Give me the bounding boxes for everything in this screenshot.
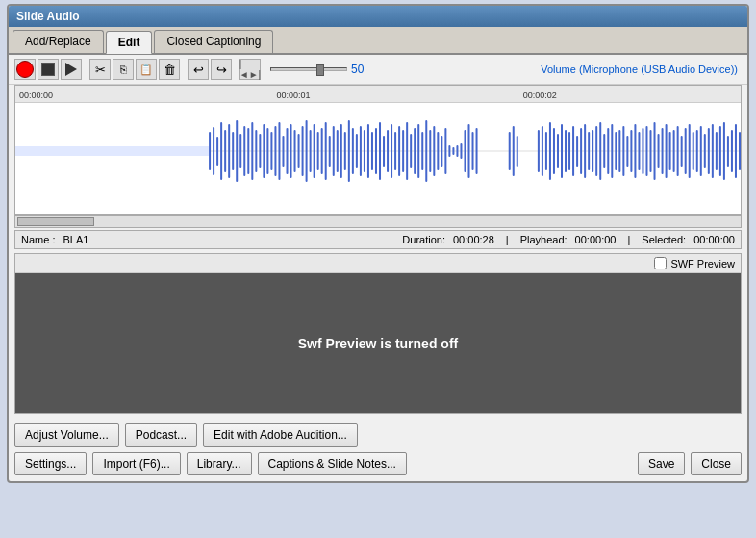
svg-rect-64 [448, 145, 450, 157]
tab-bar: Add/Replace Edit Closed Captioning [9, 27, 747, 55]
svg-rect-66 [456, 145, 458, 157]
delete-button[interactable]: 🗑 [159, 59, 180, 80]
svg-rect-62 [441, 136, 442, 167]
svg-rect-125 [731, 130, 733, 172]
svg-rect-91 [599, 122, 601, 180]
svg-rect-120 [712, 124, 714, 178]
horizontal-scrollbar[interactable] [14, 215, 742, 228]
settings-button[interactable]: Settings... [14, 452, 87, 475]
timeline-ruler: 00:00:00 00:00:01 00:00:02 [15, 86, 741, 103]
svg-rect-31 [321, 128, 323, 174]
svg-rect-25 [298, 134, 300, 168]
svg-rect-43 [367, 124, 369, 178]
svg-rect-35 [337, 130, 339, 172]
svg-rect-59 [429, 130, 431, 172]
svg-rect-51 [398, 126, 400, 176]
svg-rect-53 [406, 122, 408, 180]
svg-rect-12 [247, 128, 249, 174]
swf-preview-text: Swf Preview is turned off [298, 336, 458, 351]
swf-preview-checkbox[interactable] [654, 257, 667, 269]
svg-rect-58 [425, 120, 427, 182]
tab-edit[interactable]: Edit [106, 31, 153, 54]
trim-button[interactable]: |◄►| [239, 59, 261, 80]
svg-rect-33 [329, 136, 331, 167]
svg-rect-98 [626, 136, 628, 167]
svg-rect-55 [414, 128, 416, 174]
waveform-area[interactable] [15, 103, 741, 199]
svg-rect-102 [642, 128, 643, 174]
svg-rect-78 [549, 122, 551, 180]
cut-button[interactable]: ✂ [89, 59, 111, 80]
toolbar: ✂ ⎘ 📋 🗑 ↩ ↪ |◄►| 50 Volume (Microphone (… [9, 55, 747, 85]
svg-rect-113 [685, 128, 687, 174]
svg-rect-107 [662, 128, 664, 174]
svg-rect-9 [236, 120, 238, 182]
svg-rect-46 [379, 122, 381, 180]
adjust-volume-button[interactable]: Adjust Volume... [14, 423, 119, 447]
svg-rect-108 [666, 124, 668, 178]
stop-icon [41, 63, 55, 76]
svg-rect-27 [306, 120, 308, 182]
paste-button[interactable]: 📋 [136, 59, 157, 80]
svg-rect-104 [649, 130, 651, 172]
svg-rect-96 [618, 130, 620, 172]
svg-rect-34 [333, 126, 335, 176]
svg-rect-90 [595, 126, 597, 176]
svg-rect-71 [476, 128, 478, 174]
volume-slider-area: 50 [270, 63, 364, 76]
svg-rect-87 [584, 124, 586, 178]
swf-preview-area: Swf Preview is turned off [15, 273, 741, 413]
svg-rect-23 [290, 124, 292, 178]
svg-rect-93 [607, 128, 609, 174]
record-button[interactable] [14, 59, 36, 80]
ruler-ticks [15, 86, 741, 103]
library-button[interactable]: Library... [187, 452, 252, 475]
svg-rect-73 [513, 126, 515, 176]
copy-button[interactable]: ⎘ [113, 59, 134, 80]
volume-track[interactable] [270, 67, 347, 71]
svg-rect-103 [645, 126, 647, 176]
redo-button[interactable]: ↪ [211, 59, 232, 80]
volume-thumb[interactable] [316, 64, 324, 76]
svg-rect-106 [658, 134, 660, 168]
tab-add-replace[interactable]: Add/Replace [13, 30, 104, 53]
svg-rect-56 [417, 124, 419, 178]
waveform-container: 00:00:00 00:00:01 00:00:02 [14, 85, 742, 215]
svg-rect-24 [294, 130, 296, 172]
svg-rect-75 [538, 130, 540, 172]
svg-rect-127 [739, 132, 741, 170]
svg-rect-4 [216, 137, 218, 166]
duration-value: 00:00:28 [453, 234, 494, 245]
close-button[interactable]: Close [691, 452, 742, 475]
svg-rect-28 [310, 130, 312, 172]
svg-rect-115 [693, 132, 694, 170]
import-button[interactable]: Import (F6)... [92, 452, 180, 475]
tab-closed-captioning[interactable]: Closed Captioning [154, 30, 273, 53]
scrollbar-thumb[interactable] [17, 217, 94, 226]
svg-rect-15 [259, 134, 261, 168]
svg-rect-6 [224, 130, 226, 172]
save-button[interactable]: Save [638, 452, 685, 475]
svg-rect-52 [402, 130, 404, 172]
edit-audition-button[interactable]: Edit with Adobe Audition... [203, 423, 358, 447]
svg-rect-63 [444, 128, 446, 174]
svg-rect-82 [565, 130, 567, 172]
svg-rect-8 [232, 132, 234, 170]
svg-rect-37 [344, 132, 346, 170]
captions-slide-notes-button[interactable]: Captions & Slide Notes... [258, 452, 407, 475]
podcast-button[interactable]: Podcast... [125, 423, 197, 447]
svg-rect-124 [727, 136, 729, 167]
bottom-buttons-row2: Settings... Import (F6)... Library... Ca… [9, 449, 747, 481]
svg-rect-67 [460, 143, 462, 159]
title-bar: Slide Audio [9, 6, 747, 27]
stop-button[interactable] [38, 59, 59, 80]
svg-rect-49 [391, 124, 392, 178]
svg-rect-39 [352, 128, 354, 174]
svg-rect-21 [282, 136, 284, 167]
svg-rect-84 [572, 126, 574, 176]
svg-rect-94 [611, 124, 613, 178]
preview-section: SWF Preview Swf Preview is turned off [14, 253, 742, 414]
play-button[interactable] [61, 59, 82, 80]
svg-rect-16 [263, 124, 265, 178]
undo-button[interactable]: ↩ [188, 59, 209, 80]
